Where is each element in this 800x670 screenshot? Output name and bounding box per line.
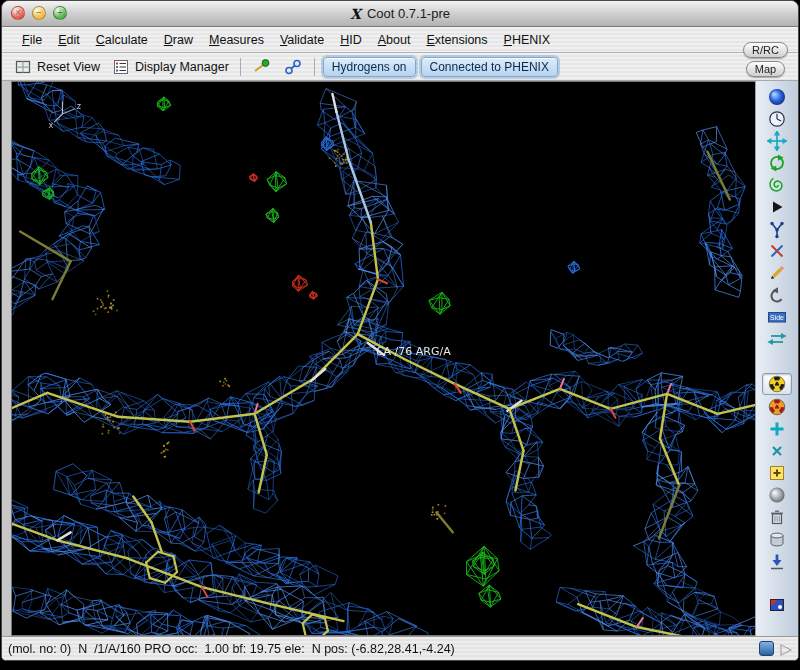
add-atom-button[interactable]: [763, 419, 791, 439]
go-to-atom-icon: [252, 57, 272, 77]
zoom-button[interactable]: +: [53, 6, 67, 20]
undo-button[interactable]: [763, 285, 791, 305]
play-icon: [767, 197, 787, 217]
menu-validate[interactable]: Validate: [272, 33, 332, 47]
statusbar: (mol. no: 0) N /1/A/160 PRO occ: 1.00 bf…: [2, 636, 798, 660]
menu-phenix[interactable]: PHENIX: [496, 33, 559, 47]
clock-button[interactable]: [763, 109, 791, 129]
delete-x-button[interactable]: [763, 441, 791, 461]
cylinder-button[interactable]: [763, 529, 791, 549]
hydrogens-toggle[interactable]: Hydrogens on: [323, 57, 416, 77]
traffic-lights: ×−+: [11, 6, 67, 20]
grey-sphere-icon: [767, 485, 787, 505]
flag-icon: [767, 595, 787, 615]
reset-view-label: Reset View: [37, 60, 100, 74]
menu-draw[interactable]: Draw: [156, 33, 201, 47]
rotate-translate-button[interactable]: [763, 153, 791, 173]
side-chain-button[interactable]: [763, 307, 791, 327]
trash-button[interactable]: [763, 507, 791, 527]
reset-view-button[interactable]: Reset View: [10, 56, 103, 78]
move-atoms-button[interactable]: [763, 131, 791, 151]
menu-file[interactable]: File: [14, 33, 50, 47]
phenix-toggle[interactable]: Connected to PHENIX: [421, 57, 558, 77]
reset-view-icon: [13, 57, 33, 77]
menu-measures[interactable]: Measures: [201, 33, 272, 47]
ligand-icon: [283, 57, 303, 77]
x11-icon: X: [350, 6, 361, 22]
modelling-toolbar: [755, 81, 798, 636]
menu-hid[interactable]: HID: [332, 33, 370, 47]
coot-window: ×−+ X Coot 0.7.1-pre FileEditCalculateDr…: [1, 0, 799, 661]
status-text: (mol. no: 0) N /1/A/160 PRO occ: 1.00 bf…: [8, 642, 753, 656]
close-button[interactable]: ×: [11, 6, 25, 20]
arrow-down-icon: [767, 551, 787, 571]
go-to-atom-button[interactable]: [249, 56, 275, 78]
statusbar-blue-icon[interactable]: [759, 641, 774, 656]
window-title-text: Coot 0.7.1-pre: [367, 6, 450, 21]
pencil-button[interactable]: [763, 263, 791, 283]
flip-button[interactable]: [763, 329, 791, 349]
rotamer-icon: [767, 219, 787, 239]
menu-about[interactable]: About: [370, 33, 419, 47]
radiation-red-icon: [767, 397, 787, 417]
expand-triangle-icon[interactable]: ▷: [780, 641, 792, 656]
rrc-button[interactable]: R/RC: [743, 42, 788, 58]
display-manager-label: Display Manager: [135, 60, 229, 74]
molecule-viewport[interactable]: [12, 82, 755, 635]
ligand-button[interactable]: [280, 56, 306, 78]
move-atoms-icon: [767, 131, 787, 151]
menu-extensions[interactable]: Extensions: [418, 33, 495, 47]
menubar: FileEditCalculateDrawMeasuresValidateHID…: [2, 27, 798, 53]
toolbar-separator: [240, 58, 241, 76]
side-chain-icon: [767, 307, 787, 327]
view-sphere-icon: [767, 87, 787, 107]
titlebar[interactable]: ×−+ X Coot 0.7.1-pre: [2, 1, 798, 27]
toolbar: Reset View Display Manager Hydrogens on …: [2, 53, 798, 81]
flag-button[interactable]: [763, 595, 791, 615]
play-button[interactable]: [763, 197, 791, 217]
refine-spiral-button[interactable]: [763, 175, 791, 195]
add-atom-icon: [767, 419, 787, 439]
display-manager-icon: [111, 57, 131, 77]
refine-spiral-icon: [767, 175, 787, 195]
delete-x-icon: [767, 441, 787, 461]
gl-viewport-wrap: CA /76 ARG/A: [11, 81, 755, 636]
radiation-yellow-button[interactable]: [762, 373, 792, 395]
rotamer-button[interactable]: [763, 219, 791, 239]
add-residue-button[interactable]: [763, 463, 791, 483]
menu-edit[interactable]: Edit: [50, 33, 88, 47]
toolbar-separator: [314, 58, 315, 76]
pencil-icon: [767, 263, 787, 283]
grey-sphere-button[interactable]: [763, 485, 791, 505]
minimize-button[interactable]: −: [32, 6, 46, 20]
rotate-translate-icon: [767, 153, 787, 173]
arrow-down-button[interactable]: [763, 551, 791, 571]
view-sphere-button[interactable]: [763, 87, 791, 107]
trash-icon: [767, 507, 787, 527]
cylinder-icon: [767, 529, 787, 549]
radiation-red-button[interactable]: [763, 397, 791, 417]
flip-icon: [767, 329, 787, 349]
map-button[interactable]: Map: [746, 61, 785, 77]
chi-angles-icon: [767, 241, 787, 261]
window-title: X Coot 0.7.1-pre: [2, 6, 798, 22]
radiation-yellow-icon: [767, 374, 787, 394]
display-manager-button[interactable]: Display Manager: [108, 56, 232, 78]
undo-icon: [767, 285, 787, 305]
chi-angles-button[interactable]: [763, 241, 791, 261]
clock-icon: [767, 109, 787, 129]
add-residue-icon: [767, 463, 787, 483]
menu-calculate[interactable]: Calculate: [88, 33, 156, 47]
corner-buttons: R/RC Map: [743, 42, 788, 77]
main-area: CA /76 ARG/A: [2, 81, 798, 636]
